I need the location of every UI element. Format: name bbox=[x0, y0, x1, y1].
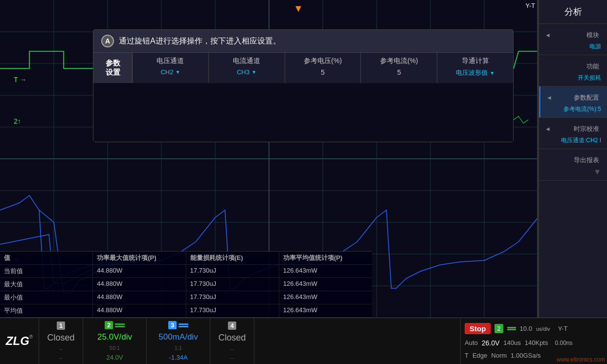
dialog-empty bbox=[93, 83, 513, 142]
dialog-title: 通过旋钮A进行选择操作，按下进入相应设置。 bbox=[119, 36, 281, 46]
trigger-arrow: ▼ bbox=[293, 3, 303, 14]
dialog-header: A 通过旋钮A进行选择操作，按下进入相应设置。 bbox=[93, 30, 513, 53]
panel-section-params[interactable]: ◄ 参数配置 参考电流(%):5 bbox=[539, 86, 607, 118]
param-col-current[interactable]: 电流通道 CH3 ▼ bbox=[209, 53, 285, 83]
ch2-marker: 2↑ bbox=[14, 117, 21, 125]
meas-h3: 功率平均值统计项(P) bbox=[279, 252, 372, 264]
ref-current-value: 5 bbox=[367, 68, 431, 76]
meas-r1-c1: 44.880W bbox=[93, 278, 186, 291]
zlg-reg: ® bbox=[29, 334, 33, 340]
conduction-dropdown-arrow: ▼ bbox=[490, 70, 495, 76]
module-arrow: ◄ bbox=[543, 32, 551, 39]
watermark: www.eltronics.com bbox=[557, 356, 605, 363]
param-table: 参数设置 电压通道 CH2 ▼ 电流通道 CH3 ▼ bbox=[93, 53, 513, 83]
ch4-sub: -- bbox=[230, 346, 234, 352]
ch1-sub2: -- bbox=[59, 355, 63, 361]
meas-stats: 值 功率最大值统计项(P) 能量损耗统计项(E) 功率平均值统计项(P) 当前值… bbox=[0, 251, 372, 318]
panel-section-function[interactable]: 功能 开关损耗 bbox=[539, 55, 607, 86]
meas-header-row: 值 功率最大值统计项(P) 能量损耗统计项(E) 功率平均值统计项(P) bbox=[0, 252, 372, 265]
ref-voltage-label: 参考电压(%) bbox=[291, 57, 355, 65]
meas-r0-c1: 44.880W bbox=[93, 265, 186, 278]
current-dropdown-arrow: ▼ bbox=[251, 69, 256, 75]
param-col-ref-voltage[interactable]: 参考电压(%) 5 bbox=[285, 53, 361, 83]
zlg-logo: ZLG ® bbox=[0, 318, 39, 364]
function-value: 开关损耗 bbox=[541, 74, 605, 82]
module-value: 电源 bbox=[541, 43, 605, 51]
meas-r2-label: 最小值 bbox=[0, 291, 93, 304]
meas-r1-c3: 126.643mW bbox=[279, 278, 372, 291]
meas-h1: 功率最大值统计项(P) bbox=[93, 252, 186, 264]
meas-r2-c1: 44.880W bbox=[93, 291, 186, 304]
auto-label: Auto bbox=[465, 339, 478, 346]
stop-button[interactable]: Stop bbox=[465, 323, 491, 334]
bottom-bar: ZLG ® 1 Closed -- -- 2 25.0V/div 50:1 24… bbox=[0, 318, 607, 364]
meas-h2: 能量损耗统计项(E) bbox=[186, 252, 279, 264]
ch1-number: 1 bbox=[57, 321, 65, 330]
meas-h0: 值 bbox=[0, 252, 93, 264]
params-config-value: 参考电流(%):5 bbox=[542, 105, 605, 113]
ch2-icon2 bbox=[507, 327, 516, 330]
ch3-icon bbox=[179, 323, 188, 327]
ch3-section[interactable]: 3 500mA/div 1:1 -1.34A bbox=[147, 318, 210, 364]
yt-label: Y-T bbox=[525, 2, 535, 9]
dialog-overlay: A 通过旋钮A进行选择操作，按下进入相应设置。 参数设置 电压通道 CH2 ▼ … bbox=[93, 29, 514, 142]
ch1-label: Closed bbox=[47, 333, 74, 343]
param-columns: 电压通道 CH2 ▼ 电流通道 CH3 ▼ 参考电压(%) bbox=[133, 53, 513, 83]
calibration-label: 时宗校准 bbox=[551, 125, 603, 133]
ch1-marker: T → bbox=[14, 76, 26, 84]
panel-title: 分析 bbox=[539, 0, 607, 24]
meas-row-0: 当前值 44.880W 17.730uJ 126.643mW bbox=[0, 265, 372, 278]
ch4-sub2: -- bbox=[230, 355, 234, 361]
yt-label-bottom: Y-T bbox=[558, 325, 568, 332]
ch4-section[interactable]: 4 Closed -- -- bbox=[210, 318, 254, 364]
dialog-body: 参数设置 电压通道 CH2 ▼ 电流通道 CH3 ▼ bbox=[93, 53, 513, 142]
ref-voltage-value: 5 bbox=[291, 68, 355, 76]
trigger-mode: T bbox=[465, 352, 469, 359]
params-label: 参数设置 bbox=[93, 53, 133, 83]
voltage-channel-label: 电压通道 bbox=[138, 57, 202, 65]
ch2-badge: 2 bbox=[495, 324, 503, 333]
current-channel-value: CH3 ▼ bbox=[215, 68, 279, 76]
ch1-section[interactable]: 1 Closed -- -- bbox=[39, 318, 83, 364]
meas-r3-label: 平均值 bbox=[0, 304, 93, 317]
zlg-text: ZLG bbox=[6, 334, 29, 348]
meas-row-2: 最小值 44.880W 17.730uJ 126.643mW bbox=[0, 291, 372, 304]
norm-label: Norm bbox=[491, 352, 507, 359]
zero-ns: 0.00ns bbox=[555, 340, 572, 346]
time-unit-label: us/div bbox=[536, 326, 550, 332]
sample-rate: 1.00GSa/s bbox=[511, 352, 540, 359]
meas-row-1: 最大值 44.880W 17.730uJ 126.643mW bbox=[0, 278, 372, 291]
param-col-ref-current[interactable]: 参考电流(%) 5 bbox=[361, 53, 437, 83]
panel-section-module[interactable]: ◄ 模块 电源 bbox=[539, 24, 607, 55]
ch3-offset: -1.34A bbox=[169, 354, 187, 361]
edge-label: Edge bbox=[472, 352, 487, 359]
module-label: 模块 bbox=[551, 31, 603, 40]
ch2-icon bbox=[115, 323, 125, 327]
meas-r0-label: 当前值 bbox=[0, 265, 93, 278]
conduction-label: 导通计算 bbox=[443, 57, 507, 65]
ch4-number: 4 bbox=[228, 321, 236, 330]
param-col-conduction[interactable]: 导通计算 电压波形值 ▼ bbox=[437, 53, 513, 83]
ch1-sub: -- bbox=[59, 346, 63, 352]
ch3-div-label: 500mA/div bbox=[158, 332, 198, 342]
panel-section-calibration[interactable]: ◄ 时宗校准 电压通道:CH2 I bbox=[539, 118, 607, 149]
calibration-value: 电压通道:CH2 I bbox=[541, 136, 605, 145]
meas-r3-c2: 17.730uJ bbox=[186, 304, 279, 317]
offset-value: 26.0V bbox=[482, 339, 500, 347]
meas-r0-c3: 126.643mW bbox=[279, 265, 372, 278]
meas-r2-c2: 17.730uJ bbox=[186, 291, 279, 304]
right-panel: 分析 ◄ 模块 电源 功能 开关损耗 ◄ 参数配置 参考电流(%):5 ◄ 时宗… bbox=[538, 0, 607, 318]
ch2-div-label: 25.0V/div bbox=[97, 332, 132, 342]
meas-r3-c1: 44.880W bbox=[93, 304, 186, 317]
panel-section-export[interactable]: 导出报表 ▼ bbox=[539, 149, 607, 181]
ch2-section[interactable]: 2 25.0V/div 50:1 24.0V bbox=[83, 318, 147, 364]
zlg-brand: ZLG ® bbox=[6, 334, 33, 348]
export-arrow-down: ▼ bbox=[593, 168, 601, 176]
dialog-icon: A bbox=[101, 35, 114, 47]
meas-r1-c2: 17.730uJ bbox=[186, 278, 279, 291]
conduction-value: 电压波形值 ▼ bbox=[443, 68, 507, 77]
param-col-voltage[interactable]: 电压通道 CH2 ▼ bbox=[133, 53, 209, 83]
ref-current-label: 参考电流(%) bbox=[367, 57, 431, 65]
ch2-number: 2 bbox=[105, 321, 113, 329]
ch2-offset: 24.0V bbox=[107, 354, 123, 361]
